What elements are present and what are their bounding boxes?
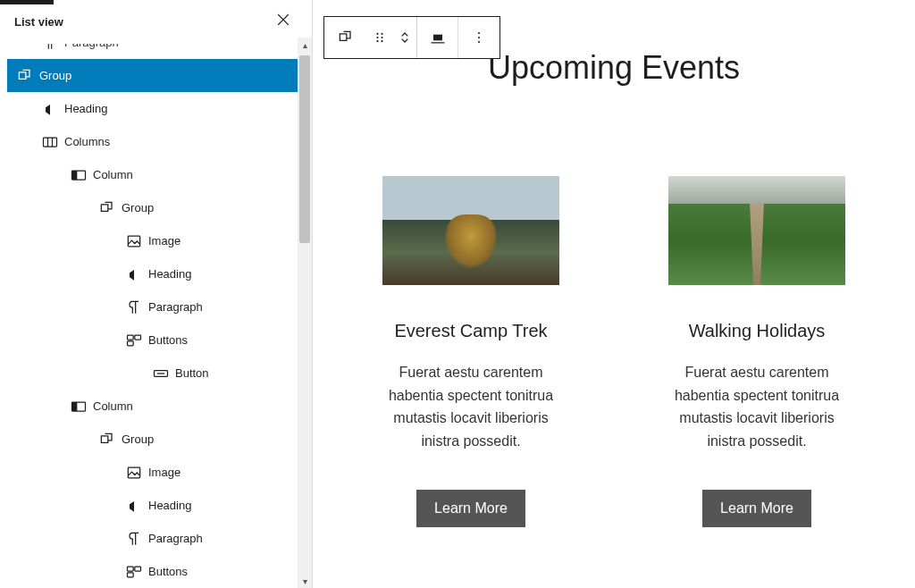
editor-canvas[interactable]: Upcoming Events Everest Camp Trek Fuerat… <box>313 0 915 588</box>
event-image[interactable] <box>668 176 845 285</box>
svg-point-17 <box>376 33 378 35</box>
event-card[interactable]: Walking Holidays Fuerat aestu carentem h… <box>663 176 851 527</box>
event-title[interactable]: Walking Holidays <box>689 321 826 341</box>
drag-icon <box>371 29 389 46</box>
tree-item-label: Buttons <box>148 565 188 578</box>
scrollbar-thumb[interactable] <box>299 55 310 243</box>
chevron-updown-icon <box>396 29 414 46</box>
svg-point-20 <box>381 37 382 38</box>
tree-item-label: Column <box>93 168 133 181</box>
tree-item-paragraph[interactable]: Paragraph <box>7 290 312 323</box>
heading-icon <box>123 495 145 517</box>
svg-point-26 <box>478 37 480 38</box>
learn-more-button[interactable]: Learn More <box>416 490 525 527</box>
svg-rect-4 <box>72 171 78 180</box>
svg-rect-0 <box>44 138 57 147</box>
svg-rect-16 <box>128 572 134 576</box>
svg-rect-6 <box>128 335 134 340</box>
align-button[interactable] <box>417 17 458 58</box>
tree-item-label: Paragraph <box>64 44 119 49</box>
paragraph-icon <box>123 297 145 318</box>
list-view-title: List view <box>14 15 63 29</box>
event-description[interactable]: Fuerat aestu carentem habentia spectent … <box>663 361 851 452</box>
event-title[interactable]: Everest Camp Trek <box>394 321 547 341</box>
page-content[interactable]: Upcoming Events Everest Camp Trek Fuerat… <box>313 0 915 527</box>
svg-point-27 <box>478 41 480 43</box>
tree-item-heading[interactable]: Heading <box>7 92 312 125</box>
tree-item-image[interactable]: Image <box>7 456 312 489</box>
close-button[interactable] <box>269 9 298 35</box>
heading-icon <box>39 98 61 120</box>
tree-item-group[interactable]: Group <box>7 191 312 224</box>
list-view-panel: List view ParagraphGroupHeadingColumnsCo… <box>0 0 313 588</box>
scrollbar-down-icon[interactable]: ▾ <box>298 574 312 588</box>
event-description[interactable]: Fuerat aestu carentem habentia spectent … <box>377 361 565 452</box>
tree-item-column[interactable]: Column <box>7 390 312 423</box>
svg-rect-8 <box>128 340 134 345</box>
scrollbar[interactable]: ▴ ▾ <box>298 38 312 588</box>
heading-icon <box>123 264 145 285</box>
scrollbar-up-icon[interactable]: ▴ <box>298 38 312 52</box>
svg-rect-23 <box>433 35 442 41</box>
tree-item-buttons[interactable]: Buttons <box>7 555 312 588</box>
svg-point-21 <box>376 40 378 42</box>
svg-point-25 <box>478 32 480 34</box>
columns-icon <box>39 131 61 153</box>
svg-point-18 <box>381 33 382 35</box>
tree-item-label: Heading <box>148 267 191 281</box>
tree-item-label: Group <box>122 433 154 446</box>
tree-item-label: Columns <box>64 135 110 148</box>
svg-rect-7 <box>135 335 141 340</box>
image-icon <box>123 231 145 252</box>
tree-item-paragraph[interactable]: Paragraph <box>7 522 312 555</box>
tree-item-label: Heading <box>148 499 191 512</box>
align-icon <box>429 29 447 46</box>
tree-item-label: Image <box>148 466 180 479</box>
tree-item-buttons[interactable]: Buttons <box>7 323 312 357</box>
tree-item-button[interactable]: Button <box>7 357 312 390</box>
tree-item-label: Image <box>148 234 180 248</box>
tree-item-label: Group <box>39 69 71 82</box>
tree-item-group[interactable]: Group <box>7 59 312 92</box>
learn-more-button[interactable]: Learn More <box>702 490 811 527</box>
column-icon <box>68 164 89 186</box>
svg-point-22 <box>381 40 382 42</box>
tree-item-label: Paragraph <box>148 532 203 545</box>
group-icon <box>97 197 118 219</box>
buttons-icon <box>123 330 145 351</box>
tree-item-heading[interactable]: Heading <box>7 257 312 290</box>
tree-item-paragraph[interactable]: Paragraph <box>7 44 312 59</box>
svg-rect-12 <box>72 402 78 411</box>
paragraph-icon <box>39 44 61 54</box>
event-image[interactable] <box>382 176 559 285</box>
more-vertical-icon <box>470 29 488 46</box>
move-buttons[interactable] <box>392 17 417 58</box>
tree-item-label: Heading <box>64 102 107 115</box>
tree-item-image[interactable]: Image <box>7 224 312 257</box>
block-toolbar <box>323 16 500 59</box>
svg-point-19 <box>376 37 378 38</box>
tree-item-group[interactable]: Group <box>7 423 312 456</box>
tree-item-column[interactable]: Column <box>7 158 312 191</box>
group-icon <box>14 65 36 87</box>
block-tree: ParagraphGroupHeadingColumnsColumnGroupI… <box>0 44 312 588</box>
paragraph-icon <box>123 528 145 550</box>
tree-item-label: Paragraph <box>148 300 203 314</box>
image-icon <box>123 462 145 483</box>
drag-handle[interactable] <box>367 17 392 58</box>
block-type-button[interactable] <box>324 17 367 58</box>
tree-item-heading[interactable]: Heading <box>7 489 312 522</box>
tree-item-columns[interactable]: Columns <box>7 125 312 158</box>
close-icon <box>274 11 292 29</box>
group-icon <box>97 429 118 450</box>
tree-item-label: Button <box>175 366 209 380</box>
svg-rect-13 <box>128 467 139 478</box>
more-options-button[interactable] <box>458 17 499 58</box>
svg-rect-14 <box>128 567 134 571</box>
svg-rect-15 <box>135 567 141 571</box>
group-icon <box>337 29 355 46</box>
tree-item-label: Column <box>93 399 133 413</box>
event-card[interactable]: Everest Camp Trek Fuerat aestu carentem … <box>377 176 565 527</box>
buttons-icon <box>123 561 145 583</box>
tree-item-label: Buttons <box>148 333 188 347</box>
